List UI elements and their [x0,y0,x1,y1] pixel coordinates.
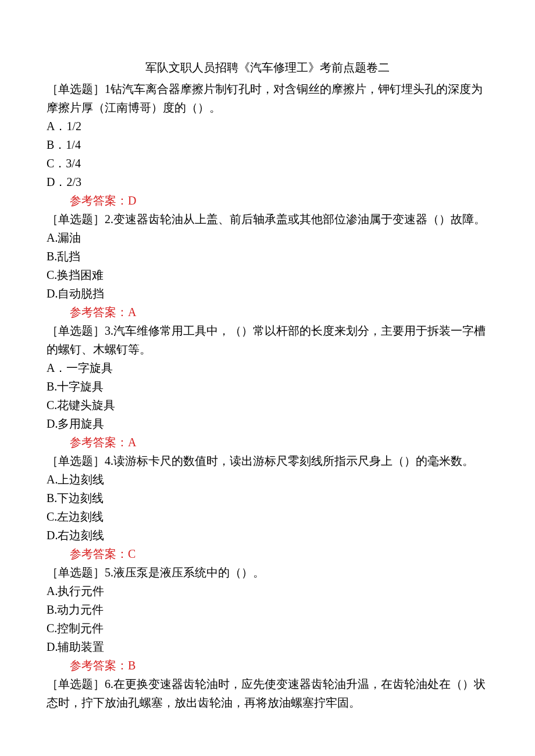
question-5: ［单选题］5.液压泵是液压系统中的（）。 A.执行元件 B.动力元件 C.控制元… [47,563,488,675]
option-a: A.上边刻线 [47,470,488,489]
option-b: B.下边刻线 [47,489,488,507]
option-a: A.执行元件 [47,582,488,600]
answer: 参考答案：A [47,303,488,321]
option-d: D．2/3 [47,173,488,191]
question-text: ［单选题］6.在更换变速器齿轮油时，应先使变速器齿轮油升温，在齿轮油处在（）状态… [47,675,488,712]
option-b: B.十字旋具 [47,377,488,396]
document-title: 军队文职人员招聘《汽车修理工》考前点题卷二 [47,58,488,77]
option-c: C.花键头旋具 [47,396,488,414]
option-b: B.动力元件 [47,600,488,619]
question-text: ［单选题］3.汽车维修常用工具中，（）常以杆部的长度来划分，主要用于拆装一字槽的… [47,321,488,359]
option-b: B．1/4 [47,135,488,154]
option-a: A.漏油 [47,228,488,247]
question-4: ［单选题］4.读游标卡尺的数值时，读出游标尺零刻线所指示尺身上（）的毫米数。 A… [47,452,488,563]
option-c: C.控制元件 [47,619,488,637]
option-c: C.左边刻线 [47,507,488,526]
option-d: D.自动脱挡 [47,284,488,303]
question-text: ［单选题］5.液压泵是液压系统中的（）。 [47,563,488,582]
question-2: ［单选题］2.变速器齿轮油从上盖、前后轴承盖或其他部位渗油属于变速器（）故障。 … [47,210,488,321]
option-a: A．1/2 [47,117,488,135]
answer: 参考答案：D [47,191,488,210]
option-b: B.乱挡 [47,247,488,266]
option-c: C．3/4 [47,154,488,173]
option-d: D.多用旋具 [47,414,488,433]
option-d: D.右边刻线 [47,526,488,544]
option-d: D.辅助装置 [47,637,488,656]
question-6: ［单选题］6.在更换变速器齿轮油时，应先使变速器齿轮油升温，在齿轮油处在（）状态… [47,675,488,712]
question-3: ［单选题］3.汽车维修常用工具中，（）常以杆部的长度来划分，主要用于拆装一字槽的… [47,321,488,452]
question-1: ［单选题］1钻汽车离合器摩擦片制钉孔时，对含铜丝的摩擦片，钾钉埋头孔的深度为摩擦… [47,80,488,210]
option-c: C.换挡困难 [47,266,488,284]
answer: 参考答案：B [47,656,488,675]
answer: 参考答案：A [47,433,488,452]
option-a: A．一字旋具 [47,359,488,377]
question-text: ［单选题］1钻汽车离合器摩擦片制钉孔时，对含铜丝的摩擦片，钾钉埋头孔的深度为摩擦… [47,80,488,117]
question-text: ［单选题］4.读游标卡尺的数值时，读出游标尺零刻线所指示尺身上（）的毫米数。 [47,452,488,470]
question-text: ［单选题］2.变速器齿轮油从上盖、前后轴承盖或其他部位渗油属于变速器（）故障。 [47,210,488,228]
answer: 参考答案：C [47,544,488,563]
